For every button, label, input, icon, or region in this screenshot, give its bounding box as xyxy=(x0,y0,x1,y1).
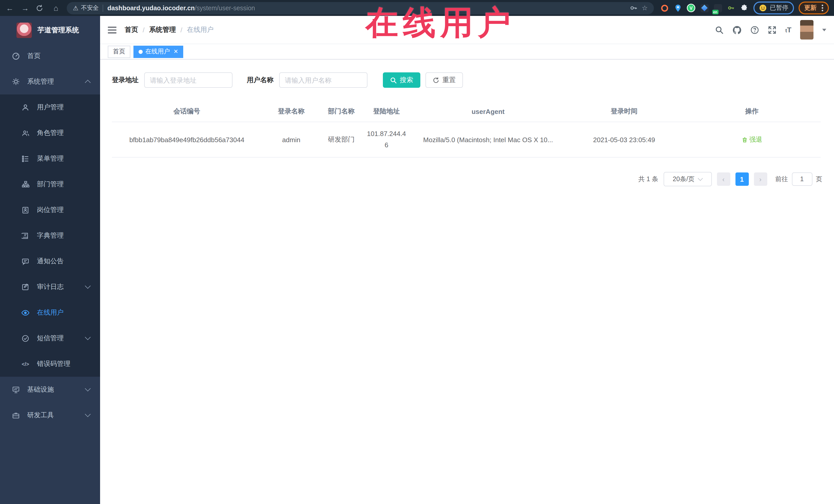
search-button[interactable]: 搜索 xyxy=(383,72,420,88)
sidebar-item-label: 通知公告 xyxy=(37,257,64,266)
sidebar-item-home[interactable]: 首页 xyxy=(0,43,100,69)
back-icon[interactable]: ← xyxy=(5,4,14,12)
sidebar-item-label: 角色管理 xyxy=(37,128,64,137)
sidebar-item-online-users[interactable]: 在线用户 xyxy=(0,300,100,325)
force-logout-button[interactable]: 强退 xyxy=(742,135,762,144)
username-input[interactable] xyxy=(279,72,368,88)
tab-label: 在线用户 xyxy=(145,47,170,56)
browser-update-chip[interactable]: 更新 xyxy=(798,2,829,14)
font-size-icon[interactable]: tT xyxy=(785,26,791,34)
breadcrumb: 首页 / 系统管理 / 在线用户 xyxy=(125,25,214,35)
reload-icon[interactable] xyxy=(36,4,45,12)
app-logo xyxy=(17,23,32,38)
column-header: userAgent xyxy=(411,108,565,115)
page-size-select[interactable]: 20条/页 xyxy=(663,172,711,186)
fullscreen-icon[interactable] xyxy=(768,25,776,34)
login-address-input[interactable] xyxy=(144,72,233,88)
chevron-down-icon xyxy=(85,386,91,392)
sidebar-item-dept-management[interactable]: 部门管理 xyxy=(0,171,100,197)
sidebar-item-label: 用户管理 xyxy=(37,103,64,112)
org-tree-icon xyxy=(21,180,30,188)
extension-orange-ring-icon[interactable] xyxy=(660,4,669,12)
profile-paused-chip[interactable]: 已暂停 xyxy=(753,2,794,14)
sidebar-item-notice[interactable]: 通知公告 xyxy=(0,248,100,274)
extension-green-key-icon[interactable] xyxy=(727,4,736,12)
sidebar-item-label: 审计日志 xyxy=(37,282,64,291)
sidebar-item-error-code[interactable]: </> 错误码管理 xyxy=(0,351,100,377)
column-header: 部门名称 xyxy=(321,107,362,116)
page-header: 首页 / 系统管理 / 在线用户 tT xyxy=(100,16,834,44)
browser-menu-icon[interactable] xyxy=(822,5,823,11)
extension-green-v-icon[interactable]: V xyxy=(687,4,696,12)
avatar-caret-icon[interactable] xyxy=(822,28,826,31)
post-badge-icon xyxy=(21,206,30,214)
goto-label: 前往 xyxy=(775,175,788,183)
page-size-label: 20条/页 xyxy=(673,175,695,183)
sidebar-item-role-management[interactable]: 角色管理 xyxy=(0,120,100,146)
close-icon[interactable]: ✕ xyxy=(174,48,178,55)
login-time-cell: 2021-05-03 23:05:49 xyxy=(565,136,683,144)
sidebar-item-dict-management[interactable]: 字典管理 xyxy=(0,223,100,248)
online-user-icon xyxy=(21,309,30,316)
forward-icon[interactable]: → xyxy=(21,4,30,12)
sidebar-item-sms-management[interactable]: 短信管理 xyxy=(0,325,100,351)
user-icon xyxy=(21,104,30,111)
extension-blue-diamond-icon[interactable] xyxy=(700,4,709,12)
url-text[interactable]: dashboard.yudao.iocoder.cn/system/user-s… xyxy=(108,4,626,12)
refresh-icon xyxy=(433,77,439,83)
breadcrumb-home[interactable]: 首页 xyxy=(125,25,138,35)
security-warning[interactable]: ⚠ 不安全 xyxy=(73,4,99,12)
prev-page-button[interactable]: ‹ xyxy=(717,172,730,186)
search-icon[interactable] xyxy=(715,25,724,34)
tab-online-users[interactable]: 在线用户 ✕ xyxy=(133,45,183,58)
sidebar-item-infrastructure[interactable]: 基础设施 xyxy=(0,377,100,402)
breadcrumb-separator: / xyxy=(180,26,182,34)
sessions-table: 会话编号 登录名称 部门名称 登陆地址 userAgent 登录时间 操作 bf… xyxy=(112,101,821,158)
sidebar-item-label: 系统管理 xyxy=(27,77,54,86)
table-row: bfbb1ab79ba849e49fb26ddb56a73044 admin 研… xyxy=(112,122,821,158)
column-header: 会话编号 xyxy=(112,107,262,116)
next-page-button[interactable]: › xyxy=(754,172,767,186)
reset-button-label: 重置 xyxy=(442,75,456,85)
sidebar-item-label: 在线用户 xyxy=(37,308,64,317)
sidebar-item-system-management[interactable]: 系统管理 xyxy=(0,69,100,94)
extension-translate-en-icon[interactable]: en xyxy=(714,4,722,12)
dashboard-icon xyxy=(11,52,20,60)
key-icon[interactable] xyxy=(630,4,638,12)
sms-icon xyxy=(21,334,30,342)
bookmark-star-icon[interactable]: ☆ xyxy=(642,4,648,12)
github-icon[interactable] xyxy=(732,25,742,34)
tab-home[interactable]: 首页 xyxy=(108,45,130,58)
login-address-label: 登录地址 xyxy=(112,75,138,85)
paused-label: 已暂停 xyxy=(770,4,788,12)
page-1-button[interactable]: 1 xyxy=(735,172,749,186)
home-icon[interactable]: ⌂ xyxy=(51,4,61,12)
extension-blue-pin-icon[interactable] xyxy=(673,4,682,12)
security-label: 不安全 xyxy=(81,4,99,12)
sidebar-item-dev-tools[interactable]: 研发工具 xyxy=(0,402,100,428)
hamburger-icon[interactable] xyxy=(108,26,116,34)
chevron-down-icon xyxy=(85,283,91,289)
search-button-label: 搜索 xyxy=(400,75,413,85)
reset-button[interactable]: 重置 xyxy=(425,72,463,88)
sidebar: 芋道管理系统 首页 系统管理 用户管理 xyxy=(0,16,100,504)
address-bar[interactable]: ⚠ 不安全 dashboard.yudao.iocoder.cn/system/… xyxy=(67,2,654,14)
column-header: 操作 xyxy=(683,107,821,116)
avatar[interactable] xyxy=(800,20,813,40)
app-title: 芋道管理系统 xyxy=(38,26,79,35)
help-icon[interactable] xyxy=(750,25,759,34)
sidebar-item-audit-log[interactable]: 审计日志 xyxy=(0,274,100,300)
sidebar-item-label: 短信管理 xyxy=(37,334,64,343)
ip-cell: 101.87.244.46 xyxy=(362,128,411,151)
app-logo-row[interactable]: 芋道管理系统 xyxy=(0,16,100,43)
extensions-puzzle-icon[interactable] xyxy=(740,4,749,12)
code-icon: </> xyxy=(21,361,30,367)
sidebar-item-menu-management[interactable]: 菜单管理 xyxy=(0,146,100,171)
sidebar-item-user-management[interactable]: 用户管理 xyxy=(0,94,100,120)
sidebar-item-label: 基础设施 xyxy=(27,385,54,394)
url-host: dashboard.yudao.iocoder.cn xyxy=(108,4,195,12)
sidebar-item-post-management[interactable]: 岗位管理 xyxy=(0,197,100,223)
breadcrumb-system[interactable]: 系统管理 xyxy=(149,25,176,35)
active-dot xyxy=(138,49,143,53)
goto-page-input[interactable] xyxy=(792,172,812,186)
